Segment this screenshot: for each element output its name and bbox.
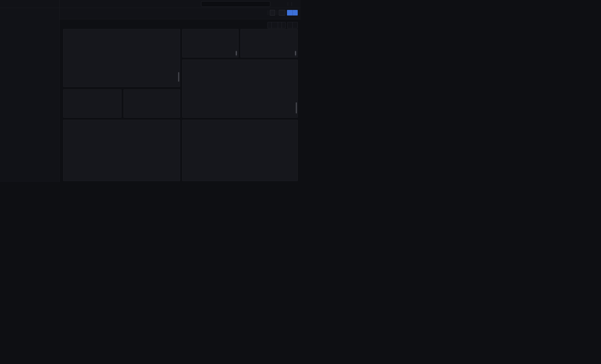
brand-area [0, 0, 60, 8]
time-shift-forward-button[interactable] [278, 22, 282, 28]
share-button-group [287, 10, 298, 16]
total-request-rate-sparkline [63, 103, 121, 118]
divider [268, 10, 268, 15]
panel-total-request-rate [63, 89, 121, 118]
search-input[interactable] [201, 1, 270, 7]
share-caret-button[interactable] [292, 10, 298, 16]
panel-active-goroutines [182, 120, 298, 181]
cpu-legend [243, 52, 295, 57]
share-button[interactable] [287, 10, 292, 16]
favorite-star-icon[interactable] [262, 11, 266, 15]
dashboard-toolbar [60, 8, 300, 19]
memory-legend [185, 52, 236, 57]
panel-mcp-request-duration [182, 59, 298, 118]
legend-scrollbar[interactable] [296, 102, 297, 113]
http-legend [66, 71, 177, 87]
refresh-interval-picker[interactable] [292, 22, 298, 28]
topbar-actions [282, 0, 299, 8]
divider [288, 2, 288, 6]
time-range-picker[interactable] [271, 22, 278, 28]
legend-scrollbar[interactable] [178, 72, 179, 82]
legend-scrollbar[interactable] [236, 50, 237, 57]
divider [291, 2, 292, 6]
legend-scrollbar[interactable] [295, 50, 296, 57]
divider [277, 10, 277, 15]
export-button[interactable] [279, 10, 285, 16]
refresh-group [287, 22, 298, 29]
time-controls [268, 22, 298, 29]
sidebar [0, 8, 60, 182]
refresh-button[interactable] [287, 22, 292, 28]
panel-mcp-active-connections [63, 120, 180, 181]
time-range-group [268, 22, 286, 29]
panel-cpu-usage [240, 29, 298, 58]
connections-legend [66, 177, 177, 180]
top-bar [0, 0, 300, 8]
error-rate-sparkline [124, 115, 180, 118]
panel-http-request-rate [63, 29, 180, 87]
avatar[interactable] [293, 2, 299, 7]
panel-error-rate [124, 89, 180, 118]
dashboard-canvas [60, 19, 300, 182]
zoom-out-button[interactable] [282, 22, 285, 28]
time-shift-back-button[interactable] [268, 22, 271, 28]
duration-legend [185, 101, 295, 117]
panel-memory-usage [182, 29, 239, 58]
edit-button[interactable] [270, 10, 275, 16]
